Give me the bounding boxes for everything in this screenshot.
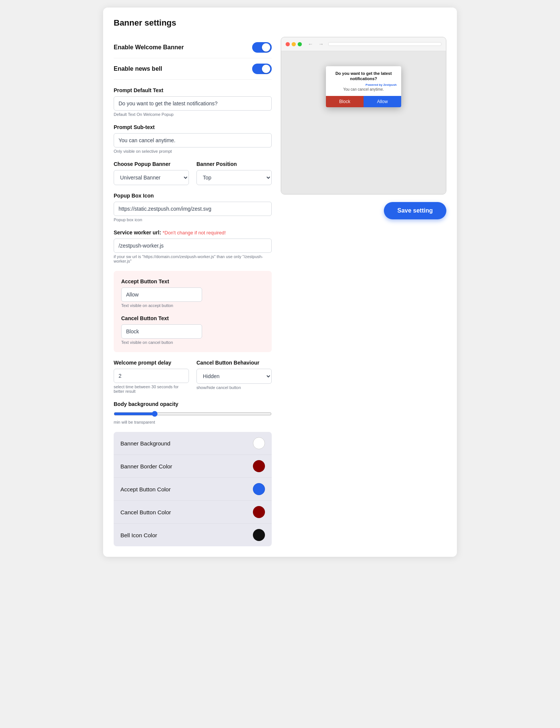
- browser-preview: ← → Do you want to get the latest notifi…: [281, 37, 446, 195]
- cancel-button-color-label: Cancel Button Color: [120, 509, 171, 515]
- opacity-hint: min will be transparent: [114, 420, 272, 424]
- opacity-section: Body background opacity min will be tran…: [114, 401, 272, 424]
- cancel-button-section: Cancel Button Text Text visible on cance…: [121, 315, 264, 345]
- welcome-banner-toggle-row: Enable Welcome Banner: [114, 37, 272, 58]
- accept-button-color-label: Accept Button Color: [120, 486, 170, 492]
- prompt-default-text-hint: Default Text On Welcome Popup: [114, 112, 272, 117]
- bell-icon-color-label: Bell Icon Color: [120, 532, 157, 538]
- accept-button-color-swatch[interactable]: [253, 483, 265, 495]
- prompt-default-text-label: Prompt Default Text: [114, 87, 272, 93]
- accept-button-label: Accept Button Text: [121, 278, 264, 284]
- save-setting-button[interactable]: Save setting: [384, 202, 446, 219]
- prompt-sub-text-label: Prompt Sub-text: [114, 124, 272, 130]
- browser-toolbar: ← →: [281, 37, 446, 51]
- left-panel: Enable Welcome Banner Enable news bell: [114, 37, 272, 546]
- powered-by-text: Powered by: [365, 83, 382, 87]
- back-button[interactable]: ←: [306, 40, 315, 48]
- browser-nav: ← →: [306, 40, 325, 48]
- service-worker-warning: *Don't change if not required!: [163, 230, 226, 236]
- page-title: Banner settings: [114, 18, 446, 28]
- notif-allow-button[interactable]: Allow: [364, 96, 401, 107]
- prompt-sub-text-hint: Only visible on selective prompt: [114, 149, 272, 154]
- notif-body: Do you want to get the latest notificati…: [326, 66, 401, 96]
- right-panel: ← → Do you want to get the latest notifi…: [281, 37, 446, 219]
- toggle-thumb: [262, 43, 270, 52]
- notif-sub: You can cancel anytime.: [330, 87, 397, 91]
- accept-button-color-row: Accept Button Color: [114, 478, 272, 501]
- popup-banner-label: Choose Popup Banner: [114, 161, 189, 167]
- prompt-sub-text-input[interactable]: [114, 133, 272, 147]
- banner-border-swatch[interactable]: [253, 460, 265, 472]
- browser-dot-yellow: [292, 42, 296, 46]
- main-container: Banner settings Enable Welcome Banner En…: [103, 8, 457, 557]
- banner-position-col: Banner Position Top Bottom Center: [196, 161, 272, 185]
- delay-col: Welcome prompt delay select time between…: [114, 360, 189, 394]
- cancel-button-hint: Text visible on cancel button: [121, 340, 264, 345]
- service-worker-input[interactable]: [114, 239, 272, 253]
- welcome-banner-label: Enable Welcome Banner: [114, 44, 184, 51]
- banner-position-label: Banner Position: [196, 161, 272, 167]
- popup-banner-select[interactable]: Universal Banner Custom Banner: [114, 170, 189, 185]
- banner-border-row: Banner Border Color: [114, 455, 272, 478]
- opacity-label: Body background opacity: [114, 401, 272, 407]
- banner-background-swatch[interactable]: [253, 437, 265, 449]
- toggle-thumb-bell: [262, 65, 270, 73]
- banner-background-row: Banner Background: [114, 432, 272, 455]
- toggle-track-bell: [252, 64, 272, 74]
- toggle-track: [252, 42, 272, 53]
- notif-block-button[interactable]: Block: [326, 96, 364, 107]
- banner-selects-row: Choose Popup Banner Universal Banner Cus…: [114, 161, 272, 185]
- cancel-button-label: Cancel Button Text: [121, 315, 264, 321]
- button-text-box: Accept Button Text Text visible on accep…: [114, 271, 272, 352]
- welcome-banner-toggle[interactable]: [252, 42, 272, 53]
- notif-powered: Powered by Zestpush: [330, 83, 397, 87]
- popup-box-icon-label: Popup Box Icon: [114, 193, 272, 199]
- notification-popup: Do you want to get the latest notificati…: [326, 66, 401, 107]
- notif-title: Do you want to get the latest notificati…: [330, 71, 397, 82]
- accept-button-section: Accept Button Text Text visible on accep…: [121, 278, 264, 308]
- browser-dot-green: [298, 42, 302, 46]
- cancel-button-color-swatch[interactable]: [253, 506, 265, 518]
- service-worker-hint: if your sw url is "https://domain.com/ze…: [114, 254, 272, 263]
- service-worker-label: Service worker url: *Don't change if not…: [114, 229, 272, 236]
- browser-body: Do you want to get the latest notificati…: [281, 51, 446, 194]
- notif-buttons: Block Allow: [326, 96, 401, 107]
- popup-banner-col: Choose Popup Banner Universal Banner Cus…: [114, 161, 189, 185]
- prompt-default-text-input[interactable]: [114, 96, 272, 111]
- cancel-behaviour-col: Cancel Button Behaviour Hidden Visible s…: [196, 360, 272, 394]
- cancel-button-color-row: Cancel Button Color: [114, 501, 272, 524]
- popup-box-icon-section: Popup Box Icon Popup box icon: [114, 193, 272, 222]
- service-worker-section: Service worker url: *Don't change if not…: [114, 229, 272, 263]
- delay-input[interactable]: [114, 369, 189, 383]
- opacity-slider[interactable]: [114, 411, 272, 417]
- delay-hint: select time between 30 seconds for bette…: [114, 385, 189, 394]
- accept-button-hint: Text visible on accept button: [121, 303, 264, 308]
- popup-box-icon-hint: Popup box icon: [114, 217, 272, 222]
- news-bell-label: Enable news bell: [114, 65, 162, 72]
- forward-button[interactable]: →: [317, 40, 325, 48]
- prompt-default-text-section: Prompt Default Text Default Text On Welc…: [114, 87, 272, 117]
- delay-label: Welcome prompt delay: [114, 360, 189, 366]
- banner-border-label: Banner Border Color: [120, 463, 172, 470]
- popup-box-icon-input[interactable]: [114, 202, 272, 216]
- bell-icon-color-row: Bell Icon Color: [114, 524, 272, 546]
- banner-position-select[interactable]: Top Bottom Center: [196, 170, 272, 185]
- brand-name: Zestpush: [383, 83, 397, 87]
- accept-button-input[interactable]: [121, 287, 202, 302]
- prompt-sub-text-section: Prompt Sub-text Only visible on selectiv…: [114, 124, 272, 154]
- browser-address-bar: [328, 42, 441, 46]
- banner-background-label: Banner Background: [120, 440, 170, 447]
- bell-icon-color-swatch[interactable]: [253, 529, 265, 541]
- cancel-behaviour-hint: show/hide cancel button: [196, 385, 272, 390]
- save-btn-container: Save setting: [281, 202, 446, 219]
- content-row: Enable Welcome Banner Enable news bell: [114, 37, 446, 546]
- browser-dot-red: [286, 42, 290, 46]
- delay-behaviour-row: Welcome prompt delay select time between…: [114, 360, 272, 394]
- news-bell-toggle-row: Enable news bell: [114, 58, 272, 80]
- browser-dots: [286, 42, 302, 46]
- color-box: Banner Background Banner Border Color Ac…: [114, 432, 272, 546]
- cancel-button-input[interactable]: [121, 324, 202, 339]
- cancel-behaviour-label: Cancel Button Behaviour: [196, 360, 272, 366]
- cancel-behaviour-select[interactable]: Hidden Visible: [196, 369, 272, 384]
- news-bell-toggle[interactable]: [252, 64, 272, 74]
